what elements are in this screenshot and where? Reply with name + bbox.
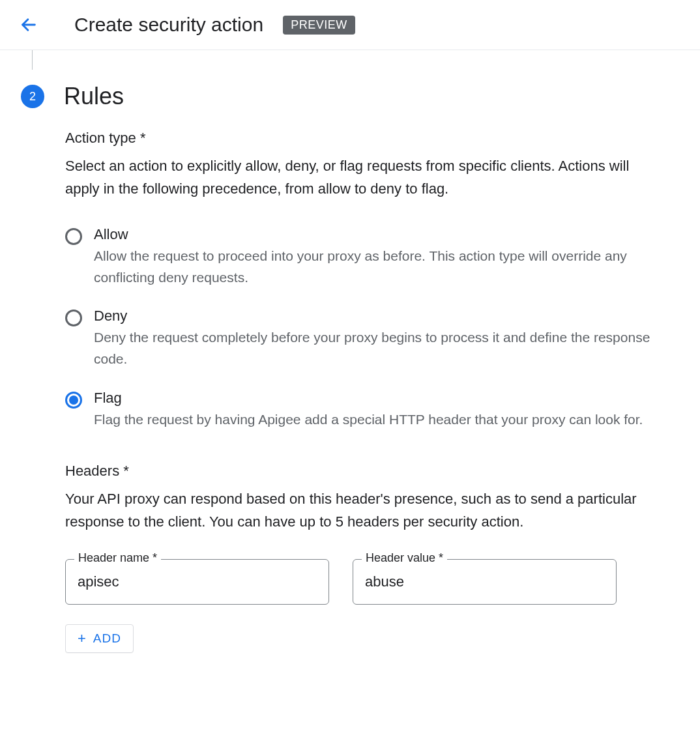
arrow-left-icon: [20, 16, 38, 34]
step-header: 2 Rules: [16, 83, 684, 110]
radio-control: [65, 228, 82, 245]
radio-title: Deny: [94, 308, 667, 324]
radio-option-allow[interactable]: Allow Allow the request to proceed into …: [65, 226, 684, 288]
page-header: Create security action PREVIEW: [0, 0, 700, 50]
radio-control: [65, 310, 82, 326]
stepper-connector: [32, 50, 684, 70]
headers-label: Headers *: [65, 463, 684, 480]
header-value-input[interactable]: [353, 559, 617, 605]
radio-desc: Allow the request to proceed into your p…: [94, 246, 667, 288]
header-value-label: Header value *: [362, 551, 447, 565]
radio-desc: Flag the request by having Apigee add a …: [94, 409, 667, 431]
headers-description: Your API proxy can respond based on this…: [65, 487, 665, 533]
back-button[interactable]: [16, 12, 42, 38]
content-area: 2 Rules Action type * Select an action t…: [0, 50, 700, 679]
radio-text: Flag Flag the request by having Apigee a…: [94, 390, 667, 431]
header-value-field: Header value *: [353, 559, 617, 605]
preview-badge: PREVIEW: [283, 16, 355, 35]
action-type-label: Action type *: [65, 130, 684, 147]
page-title: Create security action: [74, 14, 263, 36]
header-name-input[interactable]: [65, 559, 329, 605]
add-button-label: ADD: [93, 631, 121, 646]
radio-text: Allow Allow the request to proceed into …: [94, 226, 667, 288]
plus-icon: +: [78, 631, 87, 646]
header-row: Header name * Header value *: [65, 559, 684, 605]
action-type-description: Select an action to explicitly allow, de…: [65, 154, 665, 200]
header-name-field: Header name *: [65, 559, 329, 605]
radio-text: Deny Deny the request completely before …: [94, 308, 667, 369]
add-header-button[interactable]: + ADD: [65, 624, 134, 653]
radio-title: Allow: [94, 226, 667, 243]
radio-option-deny[interactable]: Deny Deny the request completely before …: [65, 308, 684, 369]
radio-option-flag[interactable]: Flag Flag the request by having Apigee a…: [65, 390, 684, 431]
radio-title: Flag: [94, 390, 667, 407]
header-name-label: Header name *: [74, 551, 161, 565]
action-type-radio-group: Allow Allow the request to proceed into …: [65, 226, 684, 430]
radio-control: [65, 392, 82, 409]
step-body: Action type * Select an action to explic…: [65, 110, 684, 653]
radio-desc: Deny the request completely before your …: [94, 327, 667, 369]
step-title: Rules: [64, 83, 124, 110]
step-number-badge: 2: [21, 85, 44, 108]
